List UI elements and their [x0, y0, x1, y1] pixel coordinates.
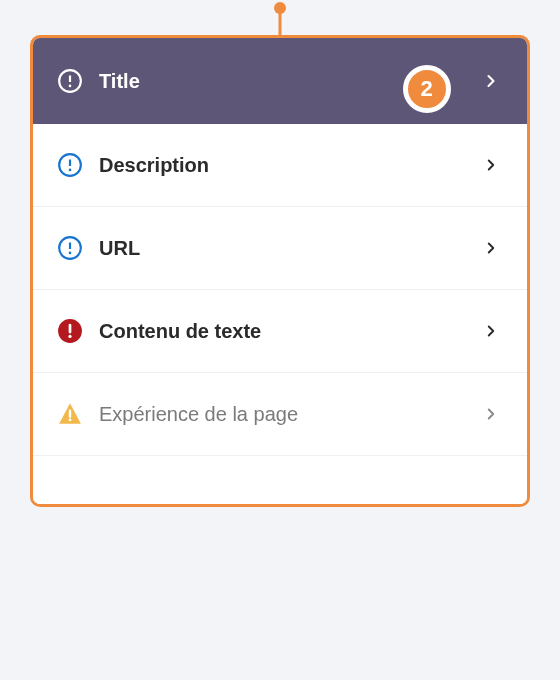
list-item-url[interactable]: URL: [33, 207, 527, 290]
list-item-label: URL: [99, 237, 479, 260]
svg-point-13: [69, 419, 72, 422]
chevron-right-icon: [479, 69, 503, 93]
issues-card: Title Description: [30, 35, 530, 507]
alert-circle-icon: [57, 68, 83, 94]
list-item-label: Expérience de la page: [99, 403, 479, 426]
svg-point-5: [69, 169, 72, 172]
alert-triangle-icon: [57, 401, 83, 427]
alert-circle-icon: [57, 152, 83, 178]
list-item-title[interactable]: Title: [33, 38, 527, 124]
svg-point-8: [69, 252, 72, 255]
list-item-page-experience[interactable]: Expérience de la page: [33, 373, 527, 456]
chevron-right-icon: [479, 236, 503, 260]
chevron-right-icon: [479, 402, 503, 426]
svg-point-11: [68, 335, 71, 338]
list-item-description[interactable]: Description: [33, 124, 527, 207]
list-item-text-content[interactable]: Contenu de texte: [33, 290, 527, 373]
alert-circle-icon: [57, 235, 83, 261]
annotation-marker-dot: [274, 2, 286, 14]
annotation-badge-number: 2: [420, 76, 432, 102]
list-item-label: Description: [99, 154, 479, 177]
alert-circle-filled-icon: [57, 318, 83, 344]
list-bottom-spacer: [33, 456, 527, 504]
chevron-right-icon: [479, 319, 503, 343]
svg-point-2: [69, 85, 72, 88]
list-item-label: Contenu de texte: [99, 320, 479, 343]
chevron-right-icon: [479, 153, 503, 177]
annotation-badge: 2: [403, 65, 451, 113]
